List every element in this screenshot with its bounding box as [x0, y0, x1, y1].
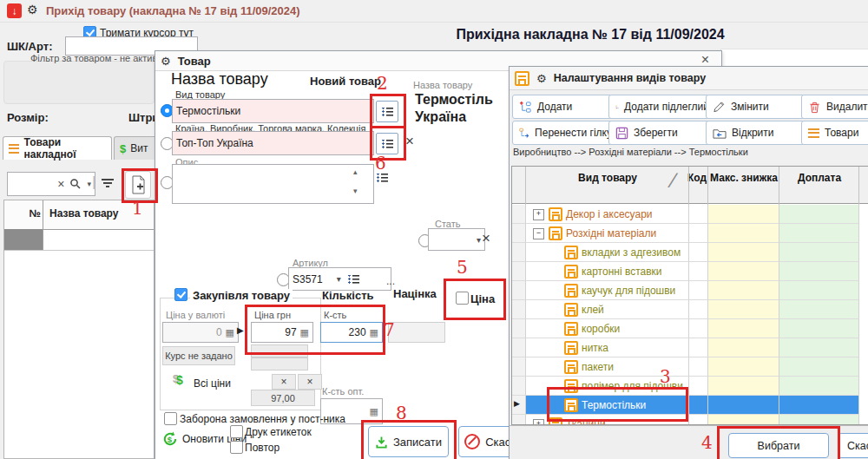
main-titlebar: ↓ ⚙ Прихід товару (накладна № 17 від 11/…	[0, 0, 868, 23]
tree-row-label: коробки	[582, 323, 620, 335]
currency-price-label: Ціна у валюті	[166, 310, 225, 320]
tree-row[interactable]: вкладки з адгезивом	[512, 243, 868, 262]
calculator-icon[interactable]: ▦	[226, 327, 234, 338]
chevron-down-icon: ▾	[477, 235, 481, 245]
tree-row[interactable]: пакети	[512, 357, 868, 377]
total-price-box: 97,00	[251, 390, 315, 406]
tree-table-header: Вид товару ∕ Код Макс. знижка Доплата	[512, 167, 868, 204]
tree-row[interactable]: + Тканини	[512, 415, 868, 425]
type-column-header[interactable]: Вид товару	[526, 172, 689, 184]
calculator-icon[interactable]: ▦	[370, 327, 378, 338]
print-labels-checkbox[interactable]	[230, 425, 243, 438]
gender-clear-icon[interactable]: ×	[482, 230, 490, 247]
folder-open-icon	[713, 127, 727, 140]
tab-expenses-label: Вит	[130, 142, 148, 154]
price-uah-input[interactable]: 97▦	[251, 322, 313, 343]
tab-invoice-items-label: Товари накладної	[24, 136, 106, 161]
country-list-button[interactable]	[376, 133, 398, 154]
gender-select[interactable]: ▾	[428, 228, 485, 251]
tree-row-label: нитка	[582, 342, 608, 354]
toolbar-move-branch-button[interactable]: Перенести гілку	[512, 121, 619, 145]
surcharge-column-header[interactable]: Доплата	[779, 172, 859, 184]
tree-row[interactable]: каучук для підошви	[512, 281, 868, 300]
purchase-checkbox[interactable]	[174, 288, 187, 301]
desc-list-icon[interactable]	[377, 173, 388, 185]
tree-window-titlebar: ⚙ Налаштування видів товару	[510, 67, 868, 90]
repeat-checkbox[interactable]	[230, 441, 243, 454]
add-document-button[interactable]	[125, 171, 151, 199]
discount-column-header[interactable]: Макс. знижка	[708, 172, 779, 184]
list-select-icon[interactable]	[348, 274, 359, 284]
qty-opt-label: К-сть опт.	[322, 386, 364, 397]
filter-icon[interactable]	[101, 178, 115, 191]
markup-empty-input[interactable]	[388, 322, 445, 343]
collapse-icon[interactable]: −	[533, 228, 544, 239]
num-column-header[interactable]: №	[4, 207, 41, 220]
search-dropdown-icon[interactable]: ▾	[87, 180, 91, 188]
name-column-header[interactable]: Назва товару	[49, 207, 118, 220]
type-list-button[interactable]	[376, 101, 398, 122]
save-button[interactable]: Записати	[368, 426, 449, 457]
tree-cancel-button[interactable]: Скасу	[838, 433, 868, 458]
toolbar-open-button[interactable]: Відкрити	[706, 121, 812, 145]
list-orange-icon	[9, 144, 19, 154]
toolbar-delete-button[interactable]: Видалити	[801, 95, 868, 119]
price-x-button-2[interactable]: ×	[298, 374, 322, 390]
country-input[interactable]: Топ-Топ Україна	[172, 131, 374, 155]
ban-order-checkbox[interactable]	[164, 412, 177, 425]
chevron-down-icon[interactable]: ▾	[337, 274, 341, 284]
product-dialog-title: Товар	[178, 55, 211, 68]
invoice-row-selector-cell[interactable]	[4, 229, 43, 251]
gear-icon[interactable]: ⚙	[27, 3, 38, 16]
toolbar-products-button[interactable]: Товари	[801, 121, 868, 145]
search-icon[interactable]	[69, 178, 82, 190]
filter-note: Фільтр за товаром - не активний. На	[30, 53, 155, 63]
product-type-icon	[564, 246, 578, 259]
calculator-icon[interactable]: ▦	[300, 327, 309, 338]
row-marker-icon: ▶	[514, 399, 520, 408]
toolbar-save-button[interactable]: Зберегти	[608, 121, 716, 145]
product-type-icon	[564, 398, 578, 412]
tree-row[interactable]: нитка	[512, 338, 868, 357]
tree-row[interactable]: − Розхідні матеріали	[512, 224, 868, 243]
dollar-icon: $	[120, 142, 126, 155]
tree-row[interactable]: коробки	[512, 319, 868, 338]
select-button[interactable]: Вибрати	[728, 433, 829, 458]
desc-spin-down-icon[interactable]: ▾	[353, 187, 358, 195]
tree-row[interactable]: полімер для підошви	[512, 377, 868, 396]
toolbar-add-button[interactable]: Додати	[512, 95, 619, 119]
tree-row[interactable]: + Декор і аксесуари	[512, 205, 868, 224]
tree-row[interactable]: клей	[512, 300, 868, 319]
tree-row[interactable]: картонні вставки	[512, 262, 868, 281]
sku-combo[interactable]: S3571 ▾	[288, 267, 391, 291]
sku-more-label[interactable]: ...	[386, 275, 395, 287]
qty-label: К-сть	[324, 310, 346, 320]
qty-input[interactable]: 230▦	[320, 322, 383, 343]
expander-icon[interactable]: +	[533, 209, 544, 220]
toolbar-edit-button[interactable]: Змінити	[706, 95, 812, 119]
cancel-prohibition-icon	[464, 434, 480, 449]
desc-textarea[interactable]	[172, 164, 374, 204]
country-clear-icon[interactable]: ×	[405, 133, 414, 150]
ban-order-label: Заборона замовлення у пост-ника	[180, 413, 345, 425]
product-search-input[interactable]: × ▾	[7, 172, 95, 196]
calculator-icon[interactable]: ▦	[370, 406, 378, 417]
toolbar-add-child-button[interactable]: Додати підлеглий	[608, 95, 716, 119]
top-right-strip	[720, 49, 868, 68]
document-plus-icon	[131, 175, 146, 194]
type-input[interactable]: Термостільки	[172, 99, 374, 123]
expander-icon[interactable]: +	[533, 419, 544, 425]
currency-price-input[interactable]: 0▦	[162, 322, 239, 343]
tree-row-label: полімер для підошви	[582, 380, 683, 392]
code-column-header[interactable]: Код	[687, 172, 708, 184]
no-rate-box: Курс не задано	[162, 346, 235, 365]
tab-invoice-items[interactable]: Товари накладної	[3, 136, 112, 160]
invoice-row-empty-cell[interactable]	[43, 229, 154, 251]
price-x-button-1[interactable]: ×	[272, 374, 296, 390]
desc-spin-up-icon[interactable]: ▴	[353, 167, 358, 176]
tree-row-selected[interactable]: ▶ Термостільки	[512, 396, 868, 415]
arrow-icon: ▶	[237, 325, 244, 335]
sku-label: ШК/Арт:	[7, 40, 52, 53]
clear-search-icon[interactable]: ×	[57, 177, 64, 191]
price-checkbox[interactable]	[456, 292, 469, 305]
